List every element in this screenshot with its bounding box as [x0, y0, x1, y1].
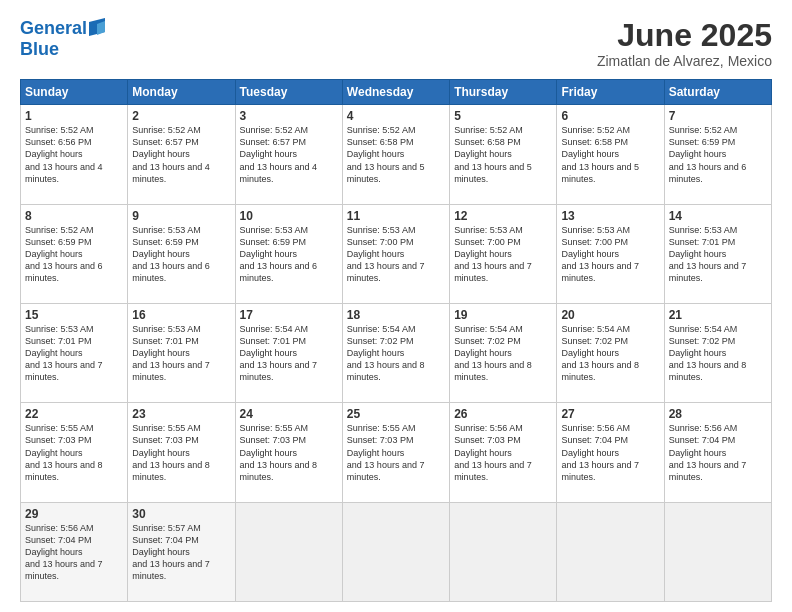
week-row-3: 15Sunrise: 5:53 AMSunset: 7:01 PMDayligh… [21, 303, 772, 402]
day-info: Sunrise: 5:53 AMSunset: 7:01 PMDaylight … [669, 224, 767, 285]
day-info: Sunrise: 5:54 AMSunset: 7:02 PMDaylight … [454, 323, 552, 384]
day-info: Sunrise: 5:54 AMSunset: 7:02 PMDaylight … [347, 323, 445, 384]
day-info: Sunrise: 5:52 AMSunset: 6:59 PMDaylight … [25, 224, 123, 285]
day-info: Sunrise: 5:53 AMSunset: 6:59 PMDaylight … [132, 224, 230, 285]
calendar-cell: 17Sunrise: 5:54 AMSunset: 7:01 PMDayligh… [235, 303, 342, 402]
calendar-cell: 22Sunrise: 5:55 AMSunset: 7:03 PMDayligh… [21, 403, 128, 502]
logo-text: General [20, 19, 87, 39]
logo: General Blue [20, 18, 105, 60]
day-info: Sunrise: 5:53 AMSunset: 7:00 PMDaylight … [561, 224, 659, 285]
day-info: Sunrise: 5:56 AMSunset: 7:04 PMDaylight … [561, 422, 659, 483]
logo-text2: Blue [20, 40, 105, 60]
day-info: Sunrise: 5:53 AMSunset: 6:59 PMDaylight … [240, 224, 338, 285]
day-info: Sunrise: 5:54 AMSunset: 7:01 PMDaylight … [240, 323, 338, 384]
day-info: Sunrise: 5:55 AMSunset: 7:03 PMDaylight … [240, 422, 338, 483]
calendar-cell: 13Sunrise: 5:53 AMSunset: 7:00 PMDayligh… [557, 204, 664, 303]
calendar-table: SundayMondayTuesdayWednesdayThursdayFrid… [20, 79, 772, 602]
col-header-tuesday: Tuesday [235, 80, 342, 105]
day-number: 27 [561, 407, 659, 421]
day-number: 3 [240, 109, 338, 123]
calendar-cell [450, 502, 557, 601]
day-info: Sunrise: 5:56 AMSunset: 7:04 PMDaylight … [669, 422, 767, 483]
day-info: Sunrise: 5:52 AMSunset: 6:58 PMDaylight … [561, 124, 659, 185]
col-header-monday: Monday [128, 80, 235, 105]
day-info: Sunrise: 5:56 AMSunset: 7:04 PMDaylight … [25, 522, 123, 583]
week-row-4: 22Sunrise: 5:55 AMSunset: 7:03 PMDayligh… [21, 403, 772, 502]
week-row-5: 29Sunrise: 5:56 AMSunset: 7:04 PMDayligh… [21, 502, 772, 601]
calendar-body: 1Sunrise: 5:52 AMSunset: 6:56 PMDaylight… [21, 105, 772, 602]
calendar-cell: 9Sunrise: 5:53 AMSunset: 6:59 PMDaylight… [128, 204, 235, 303]
day-info: Sunrise: 5:55 AMSunset: 7:03 PMDaylight … [132, 422, 230, 483]
day-info: Sunrise: 5:57 AMSunset: 7:04 PMDaylight … [132, 522, 230, 583]
logo-icon [89, 18, 105, 38]
day-info: Sunrise: 5:53 AMSunset: 7:01 PMDaylight … [132, 323, 230, 384]
day-info: Sunrise: 5:55 AMSunset: 7:03 PMDaylight … [347, 422, 445, 483]
day-number: 15 [25, 308, 123, 322]
calendar-cell: 24Sunrise: 5:55 AMSunset: 7:03 PMDayligh… [235, 403, 342, 502]
calendar-cell: 21Sunrise: 5:54 AMSunset: 7:02 PMDayligh… [664, 303, 771, 402]
day-number: 12 [454, 209, 552, 223]
day-info: Sunrise: 5:53 AMSunset: 7:00 PMDaylight … [454, 224, 552, 285]
day-number: 23 [132, 407, 230, 421]
day-number: 24 [240, 407, 338, 421]
col-header-sunday: Sunday [21, 80, 128, 105]
day-number: 21 [669, 308, 767, 322]
location: Zimatlan de Alvarez, Mexico [597, 53, 772, 69]
calendar-cell: 27Sunrise: 5:56 AMSunset: 7:04 PMDayligh… [557, 403, 664, 502]
day-number: 28 [669, 407, 767, 421]
calendar-cell: 11Sunrise: 5:53 AMSunset: 7:00 PMDayligh… [342, 204, 449, 303]
day-number: 6 [561, 109, 659, 123]
calendar-cell: 8Sunrise: 5:52 AMSunset: 6:59 PMDaylight… [21, 204, 128, 303]
day-number: 17 [240, 308, 338, 322]
calendar-cell: 30Sunrise: 5:57 AMSunset: 7:04 PMDayligh… [128, 502, 235, 601]
day-number: 19 [454, 308, 552, 322]
day-info: Sunrise: 5:55 AMSunset: 7:03 PMDaylight … [25, 422, 123, 483]
month-title: June 2025 [597, 18, 772, 53]
day-number: 4 [347, 109, 445, 123]
day-info: Sunrise: 5:52 AMSunset: 6:56 PMDaylight … [25, 124, 123, 185]
day-info: Sunrise: 5:54 AMSunset: 7:02 PMDaylight … [561, 323, 659, 384]
day-info: Sunrise: 5:52 AMSunset: 6:58 PMDaylight … [347, 124, 445, 185]
calendar-cell [557, 502, 664, 601]
day-info: Sunrise: 5:56 AMSunset: 7:03 PMDaylight … [454, 422, 552, 483]
day-number: 10 [240, 209, 338, 223]
day-number: 7 [669, 109, 767, 123]
col-header-friday: Friday [557, 80, 664, 105]
day-number: 2 [132, 109, 230, 123]
calendar-cell: 26Sunrise: 5:56 AMSunset: 7:03 PMDayligh… [450, 403, 557, 502]
calendar-cell: 5Sunrise: 5:52 AMSunset: 6:58 PMDaylight… [450, 105, 557, 204]
calendar-cell: 16Sunrise: 5:53 AMSunset: 7:01 PMDayligh… [128, 303, 235, 402]
day-info: Sunrise: 5:54 AMSunset: 7:02 PMDaylight … [669, 323, 767, 384]
day-info: Sunrise: 5:52 AMSunset: 6:58 PMDaylight … [454, 124, 552, 185]
day-number: 18 [347, 308, 445, 322]
calendar-cell [342, 502, 449, 601]
day-number: 13 [561, 209, 659, 223]
calendar-cell: 29Sunrise: 5:56 AMSunset: 7:04 PMDayligh… [21, 502, 128, 601]
day-info: Sunrise: 5:52 AMSunset: 6:59 PMDaylight … [669, 124, 767, 185]
calendar-cell [664, 502, 771, 601]
day-number: 5 [454, 109, 552, 123]
calendar-header-row: SundayMondayTuesdayWednesdayThursdayFrid… [21, 80, 772, 105]
day-number: 14 [669, 209, 767, 223]
day-info: Sunrise: 5:53 AMSunset: 7:01 PMDaylight … [25, 323, 123, 384]
day-info: Sunrise: 5:52 AMSunset: 6:57 PMDaylight … [132, 124, 230, 185]
col-header-saturday: Saturday [664, 80, 771, 105]
calendar-cell: 3Sunrise: 5:52 AMSunset: 6:57 PMDaylight… [235, 105, 342, 204]
calendar-cell: 14Sunrise: 5:53 AMSunset: 7:01 PMDayligh… [664, 204, 771, 303]
day-number: 29 [25, 507, 123, 521]
calendar-cell: 6Sunrise: 5:52 AMSunset: 6:58 PMDaylight… [557, 105, 664, 204]
title-block: June 2025 Zimatlan de Alvarez, Mexico [597, 18, 772, 69]
day-number: 9 [132, 209, 230, 223]
calendar-cell: 10Sunrise: 5:53 AMSunset: 6:59 PMDayligh… [235, 204, 342, 303]
calendar-cell [235, 502, 342, 601]
calendar-cell: 20Sunrise: 5:54 AMSunset: 7:02 PMDayligh… [557, 303, 664, 402]
calendar-cell: 4Sunrise: 5:52 AMSunset: 6:58 PMDaylight… [342, 105, 449, 204]
calendar-cell: 15Sunrise: 5:53 AMSunset: 7:01 PMDayligh… [21, 303, 128, 402]
header: General Blue June 2025 Zimatlan de Alvar… [20, 18, 772, 69]
calendar-cell: 25Sunrise: 5:55 AMSunset: 7:03 PMDayligh… [342, 403, 449, 502]
day-number: 30 [132, 507, 230, 521]
day-number: 22 [25, 407, 123, 421]
day-number: 25 [347, 407, 445, 421]
calendar-cell: 28Sunrise: 5:56 AMSunset: 7:04 PMDayligh… [664, 403, 771, 502]
day-info: Sunrise: 5:52 AMSunset: 6:57 PMDaylight … [240, 124, 338, 185]
